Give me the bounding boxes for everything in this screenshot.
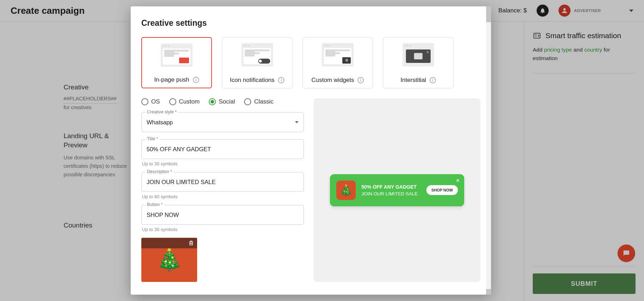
radio-icon	[209, 98, 216, 105]
modal-scrollbar-thumb[interactable]	[486, 6, 491, 22]
radio-social[interactable]: Social	[209, 98, 235, 105]
preview-title: 50% OFF ANY GADGET	[361, 184, 421, 190]
preview-notification-icon: 🎄	[336, 181, 356, 200]
preview-area: ✕ 🎄 50% OFF ANY GADGET JOIN OUR LIMITED …	[314, 98, 480, 282]
modal-title: Creative settings	[131, 6, 491, 37]
title-label: Title *	[146, 136, 160, 141]
title-input[interactable]	[141, 139, 304, 159]
radio-icon	[244, 98, 251, 105]
creative-image-thumb[interactable]: 🎄	[141, 238, 197, 282]
button-input[interactable]	[141, 205, 304, 225]
trash-icon[interactable]	[188, 240, 194, 246]
format-card-interstitial[interactable]: ✕ Interstitial i	[383, 37, 454, 88]
info-icon[interactable]: i	[430, 77, 436, 83]
modal-scrollbar-down[interactable]	[486, 289, 491, 295]
radio-custom[interactable]: Custom	[169, 98, 200, 105]
modal-scrollbar-track[interactable]	[486, 6, 491, 295]
close-icon[interactable]: ✕	[456, 178, 460, 183]
format-card-label: In-page push	[154, 76, 189, 83]
info-icon[interactable]: i	[358, 77, 364, 83]
modal-overlay[interactable]: Creative settings In-page push	[0, 0, 644, 301]
format-card-icon-notifications[interactable]: Icon notifications i	[222, 37, 293, 88]
format-card-label: Icon notifications	[230, 77, 275, 84]
radio-os[interactable]: OS	[141, 98, 160, 105]
tree-image: 🎄	[156, 249, 183, 271]
style-label: Creative style *	[146, 110, 178, 114]
description-input[interactable]	[141, 172, 304, 192]
preview-desc: JOIN OUR LIMITED SALE	[361, 191, 421, 196]
format-card-label: Custom widgets	[312, 77, 354, 84]
button-helper: Up to 30 symbols	[142, 227, 304, 232]
radio-classic[interactable]: Classic	[244, 98, 273, 105]
info-icon[interactable]: i	[278, 77, 284, 83]
title-helper: Up to 30 symbols	[142, 161, 304, 166]
info-icon[interactable]: i	[193, 77, 199, 83]
chevron-down-icon	[295, 121, 299, 123]
radio-icon	[169, 98, 176, 105]
preview-notification: ✕ 🎄 50% OFF ANY GADGET JOIN OUR LIMITED …	[330, 174, 464, 206]
preview-button[interactable]: SHOP NOW	[426, 185, 458, 195]
creative-settings-modal: Creative settings In-page push	[131, 6, 491, 295]
radio-icon	[141, 98, 148, 105]
button-label: Button *	[146, 202, 164, 207]
format-card-label: Interstitial	[401, 77, 426, 84]
format-card-custom-widgets[interactable]: Custom widgets i	[302, 37, 373, 88]
format-card-inpage-push[interactable]: In-page push i	[141, 37, 212, 88]
description-helper: Up to 60 symbols	[142, 194, 304, 199]
description-label: Description *	[146, 169, 173, 174]
creative-style-select[interactable]: Whatsapp	[141, 112, 304, 132]
